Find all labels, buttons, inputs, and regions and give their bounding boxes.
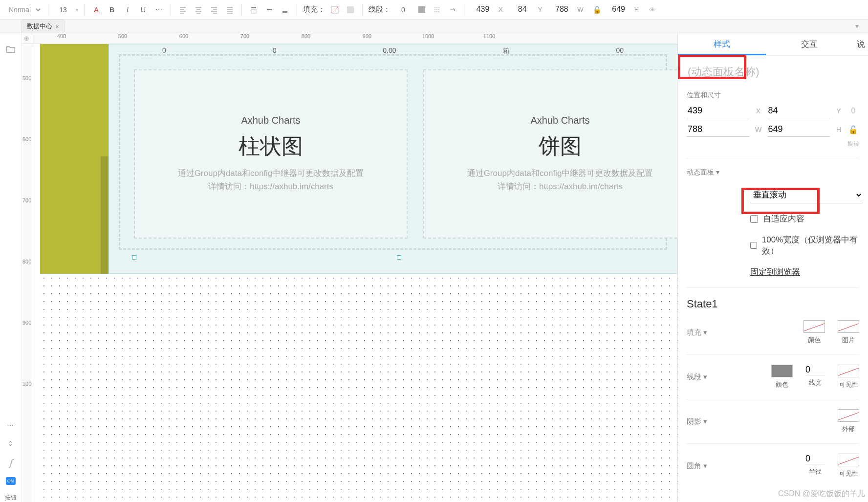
line-color-swatch[interactable]: [416, 4, 428, 16]
text-color-icon[interactable]: A: [90, 4, 102, 16]
left-tool-gutter: ⋯ ⇕ ʃ ON 按钮: [0, 33, 22, 502]
canvas-area: ⊕ 400 500 600 700 800 900 1000 1100 500 …: [22, 33, 677, 502]
folder-icon[interactable]: [5, 44, 16, 55]
svg-rect-3: [282, 11, 287, 13]
dynamic-panel-section[interactable]: 动态面板 ▾: [687, 168, 859, 177]
pos-y-input[interactable]: [767, 104, 830, 118]
italic-icon[interactable]: I: [122, 4, 133, 16]
page-tab[interactable]: 数据中心 ×: [22, 20, 65, 33]
chart-placeholder-bar[interactable]: Axhub Charts 柱状图 通过Group内data和config中继器可…: [134, 69, 408, 239]
tab-style[interactable]: 样式: [678, 33, 766, 55]
radius-control[interactable]: 半径: [805, 454, 825, 478]
shadow-section-label[interactable]: 阴影 ▾: [687, 417, 707, 426]
chevron-down-icon[interactable]: ▾: [76, 7, 78, 12]
more-icon[interactable]: ⋯: [7, 421, 15, 429]
font-size-input[interactable]: [54, 6, 72, 14]
align-justify-icon[interactable]: [224, 4, 236, 16]
align-left-icon[interactable]: [177, 4, 189, 16]
position-size-label: 位置和尺寸: [687, 91, 859, 100]
svg-line-5: [332, 7, 338, 13]
line-style-icon[interactable]: [432, 4, 443, 16]
line-label: 线段：: [369, 5, 391, 14]
valign-middle-icon[interactable]: [263, 4, 275, 16]
y-unit: Y: [538, 6, 542, 13]
pos-x-input[interactable]: [687, 104, 750, 118]
more-text-icon[interactable]: ⋯: [153, 4, 165, 16]
full-width-checkbox[interactable]: 100%宽度（仅浏览器中有效）: [750, 234, 859, 257]
tab-interactions[interactable]: 交互: [766, 33, 854, 55]
design-stage[interactable]: 0 0 0.00 箱 00 Axhub Charts 柱状图 通过Group内d…: [32, 44, 677, 502]
inspector-panel: 样式 交互 说 位置和尺寸 X Y 0 W H 🔓 旋转 动态面板: [677, 33, 868, 502]
h-input[interactable]: [607, 5, 630, 14]
radius-section-label[interactable]: 圆角 ▾: [687, 461, 707, 471]
vertical-ruler[interactable]: 500 600 700 800 900 1000: [22, 44, 32, 502]
svg-rect-0: [251, 7, 256, 8]
line-width-control[interactable]: 线宽: [805, 365, 825, 389]
arrow-style-icon[interactable]: [447, 4, 459, 16]
fill-section-label[interactable]: 填充 ▾: [687, 328, 707, 337]
close-icon[interactable]: ×: [55, 23, 59, 30]
widget-name-input[interactable]: [687, 63, 859, 81]
svg-rect-7: [418, 6, 425, 13]
line-visibility-swatch[interactable]: 可见性: [838, 365, 859, 389]
selection-outline: [108, 254, 677, 261]
resize-handle[interactable]: [132, 255, 136, 260]
underline-icon[interactable]: U: [137, 4, 149, 16]
shadow-outer-swatch[interactable]: 外部: [838, 409, 859, 434]
fit-content-checkbox[interactable]: 自适应内容: [750, 213, 859, 224]
page-tab-bar: 数据中心 × ▾: [0, 20, 868, 33]
valign-bottom-icon[interactable]: [279, 4, 291, 16]
pin-to-browser-link[interactable]: 固定到浏览器: [750, 266, 859, 278]
svg-rect-2: [267, 9, 272, 10]
x-unit: X: [499, 6, 503, 13]
radius-visibility-swatch[interactable]: 可见性: [838, 454, 859, 478]
inspector-tabs: 样式 交互 说: [678, 33, 868, 56]
horizontal-ruler[interactable]: 400 500 600 700 800 900 1000 1100: [32, 33, 677, 44]
size-w-input[interactable]: [687, 122, 750, 137]
top-toolbar: Normal ▾ A B I U ⋯ 填充： 线段： X Y W 🔓 H 👁: [0, 0, 868, 20]
w-input[interactable]: [550, 5, 573, 14]
rotation-input[interactable]: 0: [847, 107, 859, 115]
tab-notes[interactable]: 说: [853, 33, 868, 55]
expand-icon[interactable]: ⇕: [5, 438, 16, 449]
line-section-label[interactable]: 线段 ▾: [687, 372, 707, 382]
fill-label: 填充：: [303, 5, 325, 14]
page-dot-grid: [40, 274, 677, 502]
x-input[interactable]: [471, 5, 495, 14]
script-icon[interactable]: ʃ: [5, 458, 16, 468]
panel-content-outline: Axhub Charts 柱状图 通过Group内data和config中继器可…: [119, 54, 667, 250]
fill-color-swatch[interactable]: 颜色: [803, 320, 825, 345]
scroll-select[interactable]: 垂直滚动: [750, 187, 863, 203]
chart-placeholder-pie[interactable]: Axhub Charts 饼图 通过Group内data和config中继器可更…: [423, 69, 677, 239]
align-right-icon[interactable]: [208, 4, 220, 16]
tab-menu-chevron-icon[interactable]: ▾: [855, 22, 864, 31]
dynamic-panel[interactable]: 0 0 0.00 箱 00 Axhub Charts 柱状图 通过Group内d…: [108, 44, 677, 274]
y-input[interactable]: [511, 5, 534, 14]
paragraph-style-select[interactable]: Normal: [4, 4, 42, 15]
h-unit: H: [634, 6, 639, 13]
bold-icon[interactable]: B: [106, 4, 118, 16]
resize-handle[interactable]: [397, 255, 401, 260]
svg-rect-1: [251, 9, 256, 13]
valign-top-icon[interactable]: [248, 4, 260, 16]
icon-badge[interactable]: ON: [6, 477, 16, 485]
lock-icon[interactable]: 🔓: [847, 125, 859, 134]
tab-label: 数据中心: [27, 22, 52, 31]
sidebar-shape[interactable]: [40, 44, 108, 274]
fill-color-swatch[interactable]: [329, 4, 341, 16]
line-color-swatch[interactable]: 颜色: [771, 365, 793, 389]
size-h-input[interactable]: [767, 122, 830, 137]
svg-rect-6: [347, 6, 354, 13]
ruler-origin-icon[interactable]: ⊕: [22, 33, 32, 44]
watermark: CSDN @爱吃饭饭的羊儿: [778, 489, 865, 499]
rotate-label: 旋转: [687, 140, 859, 148]
state-name: State1: [687, 298, 859, 310]
fill-image-swatch[interactable]: [345, 4, 356, 16]
w-unit: W: [577, 6, 583, 13]
fill-image-swatch[interactable]: 图片: [838, 320, 859, 345]
lock-aspect-icon[interactable]: 🔓: [591, 4, 603, 16]
align-center-icon[interactable]: [193, 4, 204, 16]
button-label: 按钮: [5, 494, 17, 502]
visibility-icon[interactable]: 👁: [647, 4, 658, 16]
line-width-input[interactable]: [394, 6, 412, 14]
